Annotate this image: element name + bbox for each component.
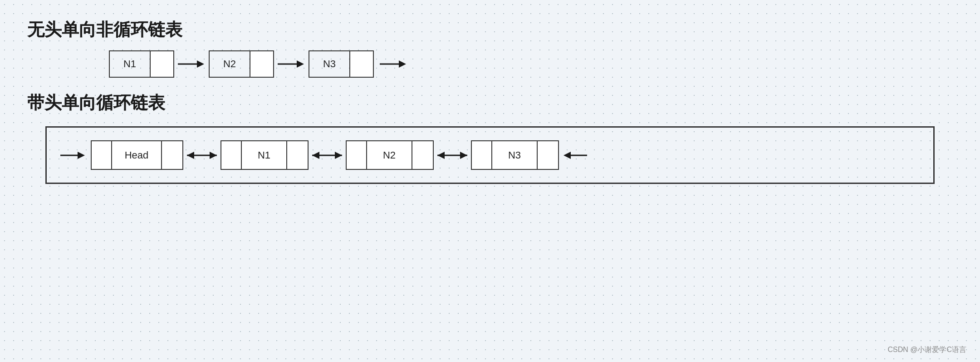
svg-marker-7 bbox=[78, 152, 85, 159]
bidir-arrow-2 bbox=[311, 149, 343, 162]
arrow-1 bbox=[178, 57, 205, 71]
feedback-right-arrow bbox=[563, 149, 588, 162]
n1-right-pointer bbox=[287, 141, 308, 169]
head-right-pointer bbox=[162, 141, 182, 169]
n1-label: N1 bbox=[242, 141, 287, 169]
node-n2-label: N2 bbox=[210, 51, 250, 77]
bidir-arrow-3 bbox=[436, 149, 468, 162]
svg-marker-16 bbox=[460, 152, 467, 159]
linear-diagram: N1 N2 bbox=[109, 50, 953, 78]
svg-marker-1 bbox=[197, 60, 204, 68]
circular-title: 带头单向循环链表 bbox=[27, 91, 953, 114]
svg-marker-3 bbox=[297, 60, 304, 68]
circular-node-n3: N3 bbox=[471, 140, 559, 170]
n3-label: N3 bbox=[492, 141, 538, 169]
bidir-arrow-1 bbox=[186, 149, 218, 162]
linear-section: 无头单向非循环链表 N1 N2 bbox=[27, 18, 953, 78]
node-n1-pointer bbox=[151, 51, 173, 77]
linear-title: 无头单向非循环链表 bbox=[27, 18, 953, 41]
n2-label: N2 bbox=[367, 141, 412, 169]
linear-node-n2: N2 bbox=[209, 50, 274, 78]
linear-node-n3: N3 bbox=[309, 50, 374, 78]
circular-outer-box: Head N1 bbox=[45, 126, 935, 184]
svg-marker-13 bbox=[335, 152, 342, 159]
svg-marker-18 bbox=[564, 152, 571, 159]
arrow-2 bbox=[278, 57, 305, 71]
circular-node-n2: N2 bbox=[346, 140, 434, 170]
arrow-end bbox=[377, 57, 409, 71]
circular-section: 带头单向循环链表 Head bbox=[27, 91, 953, 184]
node-n2-pointer bbox=[250, 51, 273, 77]
n3-left-pointer bbox=[472, 141, 492, 169]
n3-right-pointer bbox=[538, 141, 558, 169]
node-n3-pointer bbox=[350, 51, 373, 77]
head-label: Head bbox=[112, 141, 162, 169]
entry-arrow bbox=[60, 149, 85, 162]
svg-marker-5 bbox=[399, 60, 406, 68]
circular-node-n1: N1 bbox=[220, 140, 309, 170]
head-left-pointer bbox=[92, 141, 112, 169]
n2-right-pointer bbox=[412, 141, 433, 169]
watermark: CSDN @小谢爱学C语言 bbox=[887, 345, 966, 355]
svg-marker-10 bbox=[210, 152, 217, 159]
node-n1-label: N1 bbox=[110, 51, 151, 77]
circular-node-head: Head bbox=[91, 140, 183, 170]
n2-left-pointer bbox=[347, 141, 367, 169]
n1-left-pointer bbox=[221, 141, 242, 169]
linear-node-n1: N1 bbox=[109, 50, 174, 78]
node-n3-label: N3 bbox=[309, 51, 350, 77]
